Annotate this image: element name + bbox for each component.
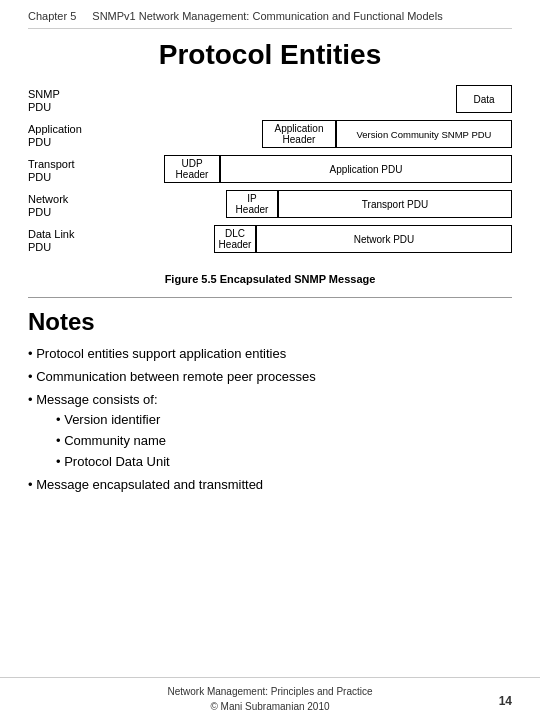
transport-pdu-label: TransportPDU [28,158,96,184]
application-pdu-label: ApplicationPDU [28,123,96,149]
notes-list: Protocol entities support application en… [28,344,512,496]
figure-caption: Figure 5.5 Encapsulated SNMP Message [28,273,512,285]
diagram: SNMPPDU Data ApplicationPDU ApplicationH… [28,85,512,257]
page-number: 14 [499,694,512,708]
notes-section: Notes Protocol entities support applicat… [28,308,512,498]
network-pdu-row: NetworkPDU IPHeader Transport PDU [28,190,512,222]
network-pdu-content: IPHeader Transport PDU [96,190,512,222]
note-item-2: Communication between remote peer proces… [28,367,512,388]
footer: Network Management: Principles and Pract… [0,677,540,720]
sub-list: Version identifier Community name Protoc… [56,410,512,472]
note-item-4: Message encapsulated and transmitted [28,475,512,496]
sub-item-1: Version identifier [56,410,512,431]
app-spacer [96,120,262,152]
transport-pdu-row: TransportPDU UDPHeader Application PDU [28,155,512,187]
ip-header-box: IPHeader [226,190,278,218]
pdu-rows: SNMPPDU Data ApplicationPDU ApplicationH… [28,85,512,257]
version-community-box: Version Community SNMP PDU [336,120,512,148]
application-header-box: ApplicationHeader [262,120,336,148]
chapter-label: Chapter 5 [28,10,76,22]
datalink-pdu-row: Data LinkPDU DLCHeader Network PDU [28,225,512,257]
divider [28,297,512,298]
network-pdu-box: Network PDU [256,225,512,253]
footer-text: Network Management: Principles and Pract… [28,684,512,714]
datalink-pdu-content: DLCHeader Network PDU [96,225,512,257]
transport-pdu-content: UDPHeader Application PDU [96,155,512,187]
snmp-pdu-row: SNMPPDU Data [28,85,512,117]
page-title: Protocol Entities [28,39,512,71]
network-pdu-label: NetworkPDU [28,193,96,219]
transport-spacer [96,155,164,187]
sub-item-3: Protocol Data Unit [56,452,512,473]
udp-header-box: UDPHeader [164,155,220,183]
header: Chapter 5 SNMPv1 Network Management: Com… [28,0,512,29]
network-spacer [96,190,226,222]
header-title: SNMPv1 Network Management: Communication… [92,10,442,22]
transport-pdu-box: Transport PDU [278,190,512,218]
application-pdu-row: ApplicationPDU ApplicationHeader Version… [28,120,512,152]
sub-item-2: Community name [56,431,512,452]
snmp-pdu-label: SNMPPDU [28,88,96,114]
dlc-header-box: DLCHeader [214,225,256,253]
application-pdu-content: ApplicationHeader Version Community SNMP… [96,120,512,152]
application-pdu-box: Application PDU [220,155,512,183]
page: Chapter 5 SNMPv1 Network Management: Com… [0,0,540,720]
data-box: Data [456,85,512,113]
datalink-spacer [96,225,214,257]
snmp-pdu-content: Data [96,85,512,117]
notes-title: Notes [28,308,512,336]
note-item-1: Protocol entities support application en… [28,344,512,365]
datalink-pdu-label: Data LinkPDU [28,228,96,254]
note-item-3: Message consists of: Version identifier … [28,390,512,473]
